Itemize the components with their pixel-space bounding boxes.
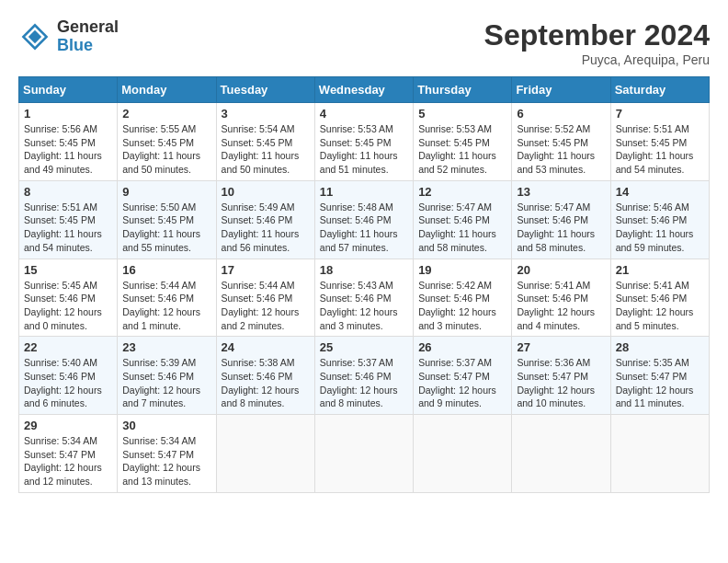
- empty-cell: [512, 415, 610, 493]
- day-number: 2: [122, 107, 210, 121]
- day-cell-14: 14 Sunrise: 5:46 AM Sunset: 5:46 PM Dayl…: [610, 180, 709, 259]
- day-number: 8: [24, 185, 112, 199]
- day-cell-23: 23 Sunrise: 5:39 AM Sunset: 5:46 PM Dayl…: [118, 337, 216, 415]
- day-info: Sunrise: 5:41 AM Sunset: 5:46 PM Dayligh…: [517, 279, 605, 333]
- day-info: Sunrise: 5:40 AM Sunset: 5:46 PM Dayligh…: [24, 356, 112, 410]
- day-cell-11: 11 Sunrise: 5:48 AM Sunset: 5:46 PM Dayl…: [314, 180, 413, 259]
- day-info: Sunrise: 5:43 AM Sunset: 5:46 PM Dayligh…: [320, 279, 408, 333]
- day-info: Sunrise: 5:37 AM Sunset: 5:47 PM Dayligh…: [418, 356, 506, 410]
- day-cell-19: 19 Sunrise: 5:42 AM Sunset: 5:46 PM Dayl…: [414, 259, 512, 337]
- day-number: 14: [616, 185, 704, 199]
- day-cell-20: 20 Sunrise: 5:41 AM Sunset: 5:46 PM Dayl…: [512, 259, 610, 337]
- col-sunday: Sunday: [19, 77, 118, 103]
- day-cell-12: 12 Sunrise: 5:47 AM Sunset: 5:46 PM Dayl…: [414, 180, 512, 259]
- day-number: 6: [517, 107, 605, 121]
- location: Puyca, Arequipa, Peru: [484, 52, 710, 67]
- day-info: Sunrise: 5:34 AM Sunset: 5:47 PM Dayligh…: [122, 434, 210, 488]
- day-cell-15: 15 Sunrise: 5:45 AM Sunset: 5:46 PM Dayl…: [19, 259, 118, 337]
- day-number: 20: [517, 263, 605, 277]
- logo-general-text: General: [57, 18, 119, 37]
- day-info: Sunrise: 5:42 AM Sunset: 5:46 PM Dayligh…: [418, 279, 506, 333]
- day-cell-7: 7 Sunrise: 5:51 AM Sunset: 5:45 PM Dayli…: [610, 103, 709, 181]
- day-info: Sunrise: 5:50 AM Sunset: 5:45 PM Dayligh…: [122, 201, 210, 255]
- day-cell-25: 25 Sunrise: 5:37 AM Sunset: 5:46 PM Dayl…: [314, 337, 413, 415]
- day-info: Sunrise: 5:49 AM Sunset: 5:46 PM Dayligh…: [222, 201, 310, 255]
- day-number: 24: [222, 340, 310, 354]
- month-title: September 2024: [484, 18, 710, 52]
- day-info: Sunrise: 5:35 AM Sunset: 5:47 PM Dayligh…: [616, 356, 704, 410]
- day-cell-13: 13 Sunrise: 5:47 AM Sunset: 5:46 PM Dayl…: [512, 180, 610, 259]
- day-number: 13: [517, 185, 605, 199]
- day-number: 29: [24, 419, 112, 432]
- col-friday: Friday: [512, 77, 610, 103]
- logo: General Blue: [18, 18, 119, 55]
- day-info: Sunrise: 5:46 AM Sunset: 5:46 PM Dayligh…: [616, 201, 704, 255]
- day-number: 18: [320, 263, 408, 277]
- logo-text: General Blue: [57, 18, 119, 55]
- week-row-2: 8 Sunrise: 5:51 AM Sunset: 5:45 PM Dayli…: [19, 180, 710, 259]
- day-cell-28: 28 Sunrise: 5:35 AM Sunset: 5:47 PM Dayl…: [610, 337, 709, 415]
- day-cell-4: 4 Sunrise: 5:53 AM Sunset: 5:45 PM Dayli…: [314, 103, 413, 181]
- day-cell-9: 9 Sunrise: 5:50 AM Sunset: 5:45 PM Dayli…: [118, 180, 216, 259]
- day-cell-18: 18 Sunrise: 5:43 AM Sunset: 5:46 PM Dayl…: [314, 259, 413, 337]
- day-number: 10: [222, 185, 310, 199]
- week-row-3: 15 Sunrise: 5:45 AM Sunset: 5:46 PM Dayl…: [19, 259, 710, 337]
- day-cell-27: 27 Sunrise: 5:36 AM Sunset: 5:47 PM Dayl…: [512, 337, 610, 415]
- day-number: 12: [418, 185, 506, 199]
- day-info: Sunrise: 5:55 AM Sunset: 5:45 PM Dayligh…: [122, 122, 210, 177]
- empty-cell: [314, 415, 413, 493]
- day-cell-8: 8 Sunrise: 5:51 AM Sunset: 5:45 PM Dayli…: [19, 180, 118, 259]
- col-wednesday: Wednesday: [314, 77, 413, 103]
- day-number: 3: [222, 107, 310, 121]
- day-cell-16: 16 Sunrise: 5:44 AM Sunset: 5:46 PM Dayl…: [118, 259, 216, 337]
- day-info: Sunrise: 5:47 AM Sunset: 5:46 PM Dayligh…: [418, 201, 506, 255]
- day-number: 27: [517, 340, 605, 354]
- calendar-table: Sunday Monday Tuesday Wednesday Thursday…: [18, 76, 710, 493]
- page-header: General Blue September 2024 Puyca, Arequ…: [18, 18, 710, 67]
- day-number: 19: [418, 263, 506, 277]
- day-cell-6: 6 Sunrise: 5:52 AM Sunset: 5:45 PM Dayli…: [512, 103, 610, 181]
- day-info: Sunrise: 5:41 AM Sunset: 5:46 PM Dayligh…: [616, 279, 704, 333]
- title-block: September 2024 Puyca, Arequipa, Peru: [484, 18, 710, 67]
- day-number: 1: [24, 107, 112, 121]
- week-row-4: 22 Sunrise: 5:40 AM Sunset: 5:46 PM Dayl…: [19, 337, 710, 415]
- day-number: 21: [616, 263, 704, 277]
- day-info: Sunrise: 5:44 AM Sunset: 5:46 PM Dayligh…: [122, 279, 210, 333]
- week-row-1: 1 Sunrise: 5:56 AM Sunset: 5:45 PM Dayli…: [19, 103, 710, 181]
- day-info: Sunrise: 5:38 AM Sunset: 5:46 PM Dayligh…: [222, 356, 310, 410]
- day-cell-1: 1 Sunrise: 5:56 AM Sunset: 5:45 PM Dayli…: [19, 103, 118, 181]
- day-info: Sunrise: 5:54 AM Sunset: 5:45 PM Dayligh…: [222, 122, 310, 177]
- day-info: Sunrise: 5:52 AM Sunset: 5:45 PM Dayligh…: [517, 122, 605, 177]
- day-cell-26: 26 Sunrise: 5:37 AM Sunset: 5:47 PM Dayl…: [414, 337, 512, 415]
- day-cell-21: 21 Sunrise: 5:41 AM Sunset: 5:46 PM Dayl…: [610, 259, 709, 337]
- day-number: 17: [222, 263, 310, 277]
- day-number: 30: [122, 419, 210, 432]
- logo-icon: [18, 20, 51, 53]
- day-cell-5: 5 Sunrise: 5:53 AM Sunset: 5:45 PM Dayli…: [414, 103, 512, 181]
- day-cell-24: 24 Sunrise: 5:38 AM Sunset: 5:46 PM Dayl…: [216, 337, 314, 415]
- logo-blue-text: Blue: [57, 37, 119, 55]
- day-info: Sunrise: 5:48 AM Sunset: 5:46 PM Dayligh…: [320, 201, 408, 255]
- day-number: 4: [320, 107, 408, 121]
- calendar-header-row: Sunday Monday Tuesday Wednesday Thursday…: [19, 77, 710, 103]
- day-cell-10: 10 Sunrise: 5:49 AM Sunset: 5:46 PM Dayl…: [216, 180, 314, 259]
- col-thursday: Thursday: [414, 77, 512, 103]
- day-info: Sunrise: 5:53 AM Sunset: 5:45 PM Dayligh…: [320, 122, 408, 177]
- day-number: 16: [122, 263, 210, 277]
- day-cell-30: 30 Sunrise: 5:34 AM Sunset: 5:47 PM Dayl…: [118, 415, 216, 493]
- day-info: Sunrise: 5:37 AM Sunset: 5:46 PM Dayligh…: [320, 356, 408, 410]
- empty-cell: [610, 415, 709, 493]
- day-cell-29: 29 Sunrise: 5:34 AM Sunset: 5:47 PM Dayl…: [19, 415, 118, 493]
- day-number: 28: [616, 340, 704, 354]
- day-number: 23: [122, 340, 210, 354]
- week-row-5: 29 Sunrise: 5:34 AM Sunset: 5:47 PM Dayl…: [19, 415, 710, 493]
- day-number: 5: [418, 107, 506, 121]
- day-info: Sunrise: 5:45 AM Sunset: 5:46 PM Dayligh…: [24, 279, 112, 333]
- day-info: Sunrise: 5:53 AM Sunset: 5:45 PM Dayligh…: [418, 122, 506, 177]
- col-tuesday: Tuesday: [216, 77, 314, 103]
- day-info: Sunrise: 5:51 AM Sunset: 5:45 PM Dayligh…: [24, 201, 112, 255]
- day-info: Sunrise: 5:39 AM Sunset: 5:46 PM Dayligh…: [122, 356, 210, 410]
- day-cell-17: 17 Sunrise: 5:44 AM Sunset: 5:46 PM Dayl…: [216, 259, 314, 337]
- day-info: Sunrise: 5:56 AM Sunset: 5:45 PM Dayligh…: [24, 122, 112, 177]
- day-info: Sunrise: 5:47 AM Sunset: 5:46 PM Dayligh…: [517, 201, 605, 255]
